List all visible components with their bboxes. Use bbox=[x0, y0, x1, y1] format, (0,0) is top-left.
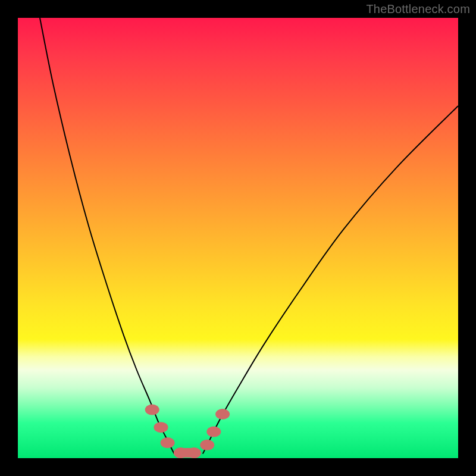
highlight-blob bbox=[206, 427, 221, 437]
marker-group bbox=[145, 405, 230, 458]
right-curve bbox=[203, 106, 458, 454]
chart-frame: TheBottleneck.com bbox=[0, 0, 476, 476]
highlight-blob bbox=[215, 409, 230, 419]
highlight-blob bbox=[161, 437, 175, 448]
chart-svg bbox=[18, 18, 458, 458]
highlight-blob bbox=[145, 405, 159, 415]
watermark-text: TheBottleneck.com bbox=[366, 2, 470, 16]
plot-area bbox=[18, 18, 458, 458]
highlight-blob bbox=[200, 440, 214, 450]
highlight-blob bbox=[154, 422, 168, 433]
left-curve bbox=[40, 18, 174, 454]
highlight-blob bbox=[177, 448, 198, 458]
